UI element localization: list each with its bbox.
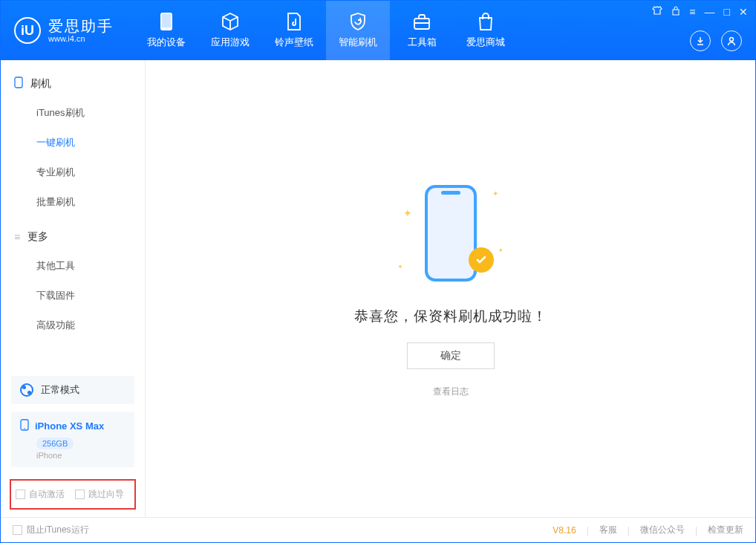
tab-label: 爱思商城 <box>466 36 505 49</box>
svg-point-5 <box>730 38 734 42</box>
toolbox-icon <box>412 12 431 31</box>
menu-icon[interactable]: ≡ <box>689 6 695 18</box>
wechat-link[interactable]: 微信公众号 <box>640 524 685 536</box>
minimize-icon[interactable]: — <box>705 6 715 18</box>
app-name: 爱思助手 <box>48 18 114 34</box>
header: iU 爱思助手 www.i4.cn 我的设备 应用游戏 铃声壁纸 智能刷机 <box>1 1 755 60</box>
sidebar-item-itunes-flash[interactable]: iTunes刷机 <box>1 98 145 128</box>
version-label: V8.16 <box>553 525 576 536</box>
sidebar-item-other-tools[interactable]: 其他工具 <box>1 251 145 281</box>
app-url: www.i4.cn <box>48 34 114 43</box>
device-name: iPhone XS Max <box>35 420 104 432</box>
user-button[interactable] <box>721 30 742 51</box>
sidebar-item-advanced[interactable]: 高级功能 <box>1 310 145 340</box>
svg-rect-6 <box>15 77 22 88</box>
check-badge-icon <box>469 247 494 273</box>
sparkle-icon: ✦ <box>492 189 498 198</box>
mode-icon <box>20 383 33 397</box>
shirt-icon[interactable] <box>652 5 662 18</box>
tab-label: 应用游戏 <box>211 36 250 49</box>
tab-smart-flash[interactable]: 智能刷机 <box>326 1 390 60</box>
view-log-link[interactable]: 查看日志 <box>433 386 469 398</box>
main-content: ✦ ✦ ● ● 恭喜您，保资料刷机成功啦！ 确定 查看日志 <box>146 60 755 517</box>
tab-label: 智能刷机 <box>339 36 377 49</box>
sidebar-item-pro-flash[interactable]: 专业刷机 <box>1 157 145 187</box>
tab-my-device[interactable]: 我的设备 <box>134 1 198 60</box>
sidebar-item-oneclick-flash[interactable]: 一键刷机 <box>1 128 145 157</box>
app-window: iU 爱思助手 www.i4.cn 我的设备 应用游戏 铃声壁纸 智能刷机 <box>0 0 756 543</box>
music-file-icon <box>284 12 304 31</box>
lock-icon[interactable] <box>671 5 680 18</box>
sparkle-icon: ● <box>499 247 503 253</box>
maximize-icon[interactable]: □ <box>724 6 730 18</box>
tab-label: 工具箱 <box>408 36 437 49</box>
svg-rect-1 <box>162 14 171 27</box>
device-type: iPhone <box>36 451 126 460</box>
ok-button[interactable]: 确定 <box>407 342 495 369</box>
check-update-link[interactable]: 检查更新 <box>708 524 743 536</box>
sparkle-icon: ● <box>399 263 403 270</box>
mode-label: 正常模式 <box>41 383 79 397</box>
sparkle-icon: ✦ <box>403 207 412 219</box>
phone-outline-icon <box>425 185 477 282</box>
svg-point-2 <box>166 28 167 30</box>
success-message: 恭喜您，保资料刷机成功啦！ <box>354 307 547 326</box>
svg-rect-4 <box>673 10 679 15</box>
device-card[interactable]: iPhone XS Max 256GB iPhone <box>11 412 134 467</box>
sidebar-section-flash: 刷机 <box>1 69 145 98</box>
cube-icon <box>221 12 240 31</box>
skip-wizard-checkbox[interactable]: 跳过向导 <box>75 488 124 501</box>
body: 刷机 iTunes刷机 一键刷机 专业刷机 批量刷机 ≡ 更多 其他工具 下载固… <box>1 60 755 517</box>
mode-card[interactable]: 正常模式 <box>11 376 134 404</box>
titlebar-icons: ≡ — □ ✕ <box>652 5 748 18</box>
shield-refresh-icon <box>348 12 368 31</box>
section-title: 更多 <box>27 230 48 244</box>
device-phone-icon <box>20 419 29 433</box>
tab-toolbox[interactable]: 工具箱 <box>390 1 454 60</box>
device-storage-badge: 256GB <box>36 438 74 449</box>
options-highlight-box: 自动激活 跳过向导 <box>10 479 136 510</box>
download-button[interactable] <box>690 30 711 51</box>
svg-rect-3 <box>414 19 429 29</box>
top-tabs: 我的设备 应用游戏 铃声壁纸 智能刷机 工具箱 爱思商城 <box>134 1 518 60</box>
tab-apps-games[interactable]: 应用游戏 <box>198 1 262 60</box>
sidebar-section-more: ≡ 更多 <box>1 223 145 251</box>
section-title: 刷机 <box>30 77 51 91</box>
block-itunes-checkbox[interactable]: 阻止iTunes运行 <box>13 524 89 536</box>
bag-icon <box>476 12 495 31</box>
device-icon <box>157 12 176 31</box>
list-icon: ≡ <box>14 231 20 243</box>
support-link[interactable]: 客服 <box>599 524 617 536</box>
phone-small-icon <box>14 77 23 91</box>
svg-point-8 <box>24 428 25 429</box>
logo-icon: iU <box>14 17 41 44</box>
tab-ringtone-wallpaper[interactable]: 铃声壁纸 <box>262 1 326 60</box>
close-icon[interactable]: ✕ <box>739 6 748 18</box>
tab-store[interactable]: 爱思商城 <box>454 1 518 60</box>
sidebar-item-batch-flash[interactable]: 批量刷机 <box>1 187 145 217</box>
sidebar: 刷机 iTunes刷机 一键刷机 专业刷机 批量刷机 ≡ 更多 其他工具 下载固… <box>1 60 146 517</box>
header-right <box>690 30 742 51</box>
logo: iU 爱思助手 www.i4.cn <box>1 1 127 60</box>
tab-label: 铃声壁纸 <box>275 36 313 49</box>
tab-label: 我的设备 <box>147 36 186 49</box>
success-illustration: ✦ ✦ ● ● <box>399 179 503 290</box>
footer: 阻止iTunes运行 V8.16 | 客服 | 微信公众号 | 检查更新 <box>1 517 755 542</box>
auto-activate-checkbox[interactable]: 自动激活 <box>16 488 65 501</box>
sidebar-item-download-firmware[interactable]: 下载固件 <box>1 281 145 310</box>
